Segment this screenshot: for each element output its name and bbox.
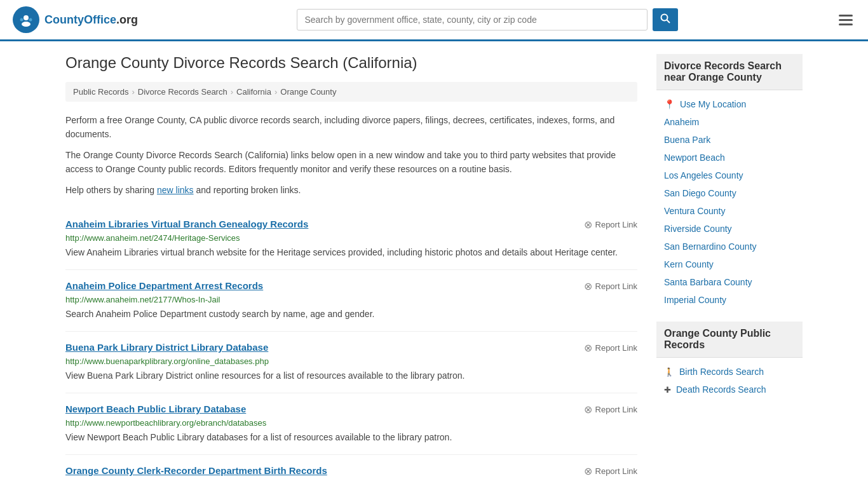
report-link-button[interactable]: ⊗ Report Link	[584, 219, 637, 231]
nearby-link-item: Buena Park	[656, 131, 803, 149]
menu-button[interactable]	[836, 12, 855, 28]
record-title[interactable]: Newport Beach Public Library Database	[65, 403, 246, 414]
description: Perform a free Orange County, CA public …	[65, 113, 637, 197]
report-link-label: Report Link	[595, 281, 637, 291]
use-location-item: 📍 Use My Location	[656, 95, 803, 113]
report-link-button[interactable]: ⊗ Report Link	[584, 403, 637, 416]
report-icon: ⊗	[584, 280, 592, 292]
record-item: Anaheim Libraries Virtual Branch Genealo…	[65, 208, 637, 270]
record-item: Anaheim Police Department Arrest Records…	[65, 270, 637, 332]
description-p3: Help others by sharing new links and rep…	[65, 183, 637, 197]
record-item: Buena Park Library District Library Data…	[65, 332, 637, 393]
nearby-link-item: Kern County	[656, 255, 803, 273]
desc3-suffix: and reporting broken links.	[194, 185, 301, 195]
nearby-section-title: Divorce Records Search near Orange Count…	[656, 54, 803, 90]
nearby-links-list: AnaheimBuena ParkNewport BeachLos Angele…	[656, 113, 803, 309]
report-link-label: Report Link	[595, 405, 637, 414]
record-title[interactable]: Orange County Clerk-Recorder Department …	[65, 465, 327, 476]
report-link-button[interactable]: ⊗ Report Link	[584, 465, 637, 477]
public-records-link[interactable]: Death Records Search	[676, 384, 766, 395]
record-title[interactable]: Buena Park Library District Library Data…	[65, 342, 268, 353]
record-title[interactable]: Anaheim Police Department Arrest Records	[65, 280, 263, 291]
logo-icon	[13, 6, 39, 33]
record-url: http://www.newportbeachlibrary.org/ebran…	[65, 418, 637, 428]
nearby-link[interactable]: Anaheim	[664, 117, 699, 127]
nearby-link-item: Los Angeles County	[656, 166, 803, 184]
svg-line-6	[667, 20, 670, 24]
public-records-links: 🚶 Birth Records Search ✚ Death Records S…	[656, 363, 803, 398]
nearby-link[interactable]: Kern County	[664, 259, 714, 269]
use-my-location-link[interactable]: Use My Location	[680, 99, 746, 109]
svg-point-5	[661, 15, 667, 21]
menu-bar-2	[839, 19, 853, 21]
sidebar: Divorce Records Search near Orange Count…	[656, 54, 803, 488]
breadcrumb-sep-1: ›	[132, 87, 134, 97]
record-title-row: Anaheim Police Department Arrest Records…	[65, 280, 637, 292]
report-icon: ⊗	[584, 465, 592, 477]
logo-area: CountyOffice.org	[13, 6, 138, 33]
public-records-icon: ✚	[664, 385, 671, 395]
report-link-button[interactable]: ⊗ Report Link	[584, 280, 637, 292]
breadcrumb-current: Orange County	[280, 87, 336, 97]
search-icon	[660, 13, 670, 24]
search-input[interactable]	[297, 9, 648, 30]
breadcrumb-california[interactable]: California	[236, 87, 271, 97]
menu-bar-1	[839, 15, 853, 17]
logo-text: CountyOffice.org	[44, 13, 138, 27]
nearby-link-item: Newport Beach	[656, 149, 803, 166]
record-url: http://www.buenaparkplibrary.org/online_…	[65, 356, 637, 366]
record-title-row: Buena Park Library District Library Data…	[65, 342, 637, 354]
report-icon: ⊗	[584, 219, 592, 231]
description-p1: Perform a free Orange County, CA public …	[65, 113, 637, 142]
logo-brand: CountyOffice	[44, 13, 116, 26]
logo-suffix: .org	[116, 13, 138, 26]
new-links-link[interactable]: new links	[157, 185, 194, 195]
nearby-link-item: Riverside County	[656, 220, 803, 238]
public-records-section-title: Orange County Public Records	[656, 322, 803, 358]
breadcrumb-sep-3: ›	[275, 87, 277, 97]
nearby-link-item: Santa Barbara County	[656, 273, 803, 291]
record-desc: View Buena Park Library District online …	[65, 369, 637, 383]
report-icon: ⊗	[584, 342, 592, 354]
breadcrumb-divorce-records[interactable]: Divorce Records Search	[138, 87, 227, 97]
record-title-row: Newport Beach Public Library Database ⊗ …	[65, 403, 637, 416]
record-desc: View Anaheim Libraries virtual branch we…	[65, 246, 637, 259]
record-desc: Search Anaheim Police Department custody…	[65, 308, 637, 321]
nearby-link-item: Ventura County	[656, 202, 803, 220]
public-records-link-item: ✚ Death Records Search	[656, 381, 803, 398]
record-title[interactable]: Anaheim Libraries Virtual Branch Genealo…	[65, 219, 308, 229]
record-title-row: Orange County Clerk-Recorder Department …	[65, 465, 637, 477]
report-icon: ⊗	[584, 403, 592, 416]
nearby-link-item: Anaheim	[656, 113, 803, 131]
nearby-link[interactable]: Imperial County	[664, 295, 726, 305]
report-link-label: Report Link	[595, 220, 637, 229]
description-p2: The Orange County Divorce Records Search…	[65, 148, 637, 177]
nearby-link[interactable]: Ventura County	[664, 206, 726, 216]
report-link-label: Report Link	[595, 466, 637, 476]
breadcrumb-public-records[interactable]: Public Records	[73, 87, 128, 97]
search-button[interactable]	[653, 8, 678, 31]
svg-point-4	[29, 18, 32, 22]
record-item: Newport Beach Public Library Database ⊗ …	[65, 393, 637, 455]
header: CountyOffice.org	[0, 0, 868, 41]
nearby-link-item: San Diego County	[656, 184, 803, 202]
nearby-link[interactable]: San Diego County	[664, 188, 736, 198]
report-link-label: Report Link	[595, 343, 637, 353]
nearby-link[interactable]: Los Angeles County	[664, 170, 743, 180]
report-link-button[interactable]: ⊗ Report Link	[584, 342, 637, 354]
records-list: Anaheim Libraries Virtual Branch Genealo…	[65, 208, 637, 488]
nearby-section: Divorce Records Search near Orange Count…	[656, 54, 803, 309]
breadcrumb: Public Records › Divorce Records Search …	[65, 82, 637, 102]
nearby-link[interactable]: Santa Barbara County	[664, 277, 752, 287]
public-records-link[interactable]: Birth Records Search	[679, 367, 764, 377]
menu-bar-3	[839, 24, 853, 25]
svg-point-1	[24, 15, 29, 20]
nearby-link[interactable]: Newport Beach	[664, 152, 725, 163]
nearby-link[interactable]: San Bernardino County	[664, 241, 757, 252]
breadcrumb-sep-2: ›	[231, 87, 233, 97]
search-area	[297, 8, 678, 31]
nearby-link-item: San Bernardino County	[656, 238, 803, 255]
svg-point-2	[22, 22, 31, 27]
nearby-link[interactable]: Buena Park	[664, 135, 710, 145]
nearby-link[interactable]: Riverside County	[664, 224, 732, 234]
